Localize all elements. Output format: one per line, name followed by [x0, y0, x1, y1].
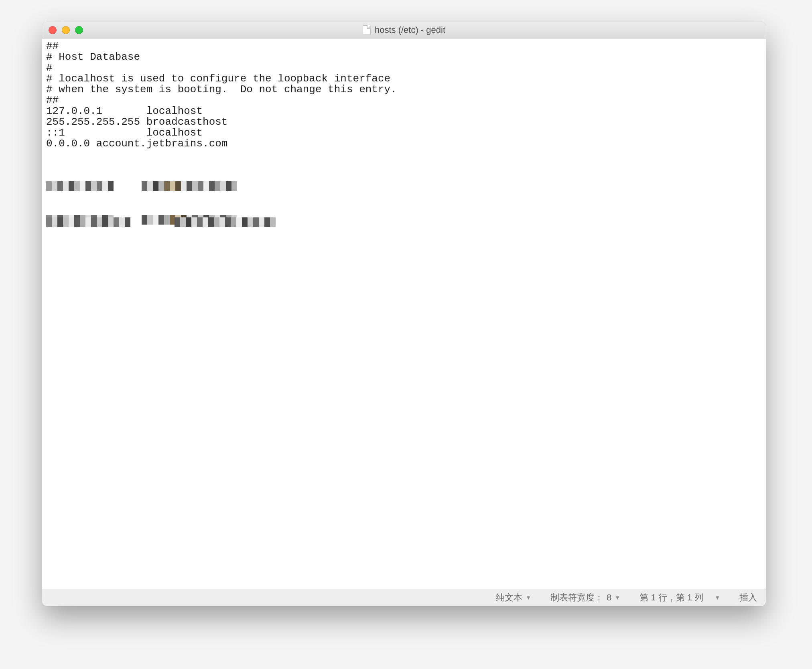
- language-label: 纯文本: [496, 592, 522, 604]
- titlebar: hosts (/etc) - gedit: [42, 22, 766, 39]
- minimize-button[interactable]: [62, 26, 70, 34]
- close-button[interactable]: [49, 26, 57, 34]
- language-selector[interactable]: 纯文本 ▼: [496, 592, 531, 604]
- cursor-position-label: 第 1 行，第 1 列: [639, 592, 703, 604]
- document-icon: [363, 25, 371, 35]
- tab-width-value: 8: [607, 592, 611, 603]
- app-window: hosts (/etc) - gedit ## # Host Database …: [42, 22, 766, 606]
- chevron-down-icon: ▼: [526, 594, 531, 601]
- text-editor[interactable]: ## # Host Database # # localhost is used…: [42, 39, 766, 589]
- tab-width-label: 制表符宽度：: [550, 592, 603, 604]
- insert-mode[interactable]: 插入: [739, 592, 757, 604]
- chevron-down-icon: ▼: [715, 594, 720, 601]
- window-controls: [49, 26, 83, 34]
- tab-width-selector[interactable]: 制表符宽度： 8 ▼: [550, 592, 620, 604]
- window-title: hosts (/etc) - gedit: [375, 25, 445, 35]
- cursor-position[interactable]: 第 1 行，第 1 列 ▼: [639, 592, 720, 604]
- chevron-down-icon: ▼: [615, 594, 620, 601]
- zoom-button[interactable]: [75, 26, 83, 34]
- statusbar: 纯文本 ▼ 制表符宽度： 8 ▼ 第 1 行，第 1 列 ▼ 插入: [42, 589, 766, 606]
- editor-content: ## # Host Database # # localhost is used…: [46, 40, 397, 150]
- insert-mode-label: 插入: [739, 592, 757, 604]
- redacted-lines-group-2: [46, 196, 279, 251]
